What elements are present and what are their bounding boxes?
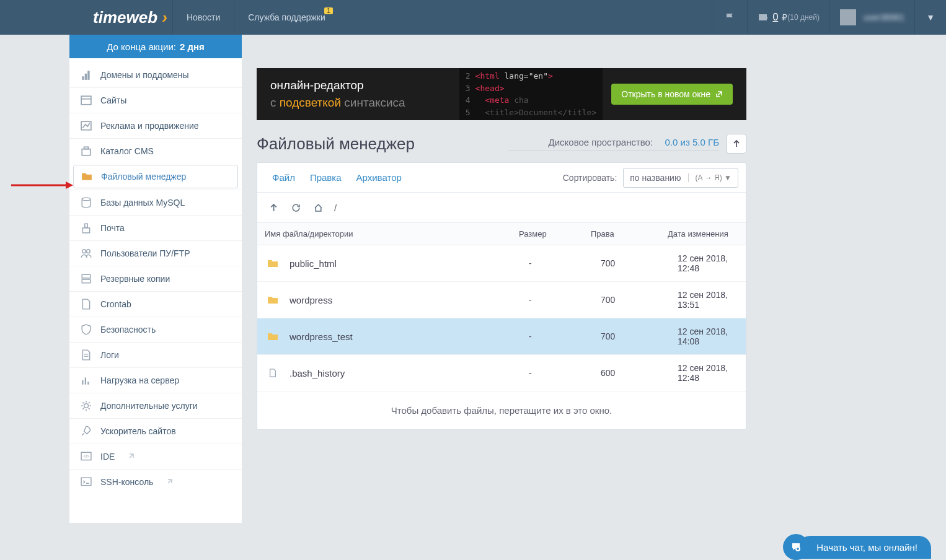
file-icon	[267, 369, 278, 377]
table-row[interactable]: wordpress_test-70012 сен 2018, 14:08	[257, 318, 746, 355]
sidebar-item-backups[interactable]: Резервные копии	[69, 266, 242, 291]
file-date: 12 сен 2018, 12:48	[678, 253, 738, 273]
svg-rect-2	[82, 76, 84, 80]
svg-rect-19	[82, 380, 83, 385]
drop-hint: Чтобы добавить файлы, перетащите их в эт…	[257, 392, 746, 429]
svg-point-10	[82, 198, 91, 201]
svg-rect-11	[82, 228, 89, 233]
svg-rect-16	[82, 279, 91, 283]
avatar	[840, 9, 856, 25]
sidebar-item-advertising[interactable]: Реклама и продвижение	[69, 113, 242, 138]
promo-bar[interactable]: До конца акции:2 дня	[69, 35, 242, 58]
external-icon	[166, 478, 173, 486]
breadcrumb-path: /	[334, 203, 337, 213]
terminal-icon	[81, 476, 92, 488]
sidebar-item-ssh[interactable]: SSH-консоль	[69, 469, 242, 494]
upload-button[interactable]	[727, 134, 746, 154]
chart-icon	[81, 120, 92, 131]
table-header: Имя файла/директории Размер Права Дата и…	[257, 223, 746, 245]
user-dropdown-caret[interactable]: ▼	[914, 0, 946, 35]
folder-icon	[267, 332, 278, 341]
tab-edit[interactable]: Правка	[303, 172, 349, 183]
sidebar-item-load[interactable]: Нагрузка на сервер	[69, 367, 242, 393]
sites-icon	[81, 95, 92, 106]
svg-rect-8	[82, 149, 91, 155]
top-header: timeweb › Новости Служба поддержки 1 0 ₽…	[0, 0, 946, 35]
gear-icon	[81, 400, 92, 411]
nav-support[interactable]: Служба поддержки 1	[234, 0, 339, 35]
sidebar-item-filemanager[interactable]: Файловый менеджер	[73, 165, 238, 188]
sidebar-item-sites[interactable]: Сайты	[69, 87, 242, 113]
svg-point-14	[87, 250, 91, 253]
sidebar-item-accelerator[interactable]: Ускоритель сайтов	[69, 418, 242, 444]
disk-label: Дисковое пространство:	[549, 137, 653, 147]
user-menu[interactable]: user38961	[829, 0, 914, 35]
sidebar-item-extra[interactable]: Дополнительные услуги	[69, 393, 242, 418]
svg-rect-25	[81, 478, 91, 485]
sidebar-item-logs[interactable]: Логи	[69, 342, 242, 367]
domains-icon	[81, 69, 92, 81]
table-row[interactable]: wordpress-70012 сен 2018, 13:51	[257, 282, 746, 318]
support-badge: 1	[324, 7, 333, 14]
refresh-button[interactable]	[287, 199, 304, 216]
sidebar-item-cms[interactable]: Каталог CMS	[69, 138, 242, 164]
sort-label: Сортировать:	[563, 173, 617, 183]
sidebar-item-mail[interactable]: Почта	[69, 215, 242, 240]
rocket-icon	[81, 426, 92, 437]
sidebar-item-ide[interactable]: </> IDE	[69, 444, 242, 469]
file-name: public_html	[290, 258, 529, 269]
balance-box[interactable]: 0 ₽ (10 дней)	[747, 0, 829, 35]
file-size: -	[529, 258, 601, 268]
file-date: 12 сен 2018, 12:48	[678, 363, 738, 383]
file-size: -	[529, 331, 601, 341]
logo[interactable]: timeweb ›	[0, 8, 172, 27]
disk-value: 0.0 из 5.0 ГБ	[665, 137, 719, 147]
file-name: wordpress	[290, 295, 529, 305]
bars-icon	[81, 375, 92, 386]
sidebar-item-security[interactable]: Безопасность	[69, 317, 242, 342]
file-date: 12 сен 2018, 13:51	[678, 290, 738, 310]
mail-icon	[81, 222, 92, 234]
banner-code-preview: 2<html lang="en"> 3<head> 4 <meta cha 5 …	[459, 68, 603, 120]
svg-rect-3	[85, 74, 87, 80]
file-size: -	[529, 368, 601, 378]
nav-news[interactable]: Новости	[172, 0, 234, 35]
home-button[interactable]	[309, 199, 327, 216]
tab-file[interactable]: Файл	[265, 172, 303, 183]
sort-select[interactable]: по названию (А → Я) ▼	[623, 168, 738, 188]
sidebar-item-crontab[interactable]: Crontab	[69, 291, 242, 317]
user-name: user38961	[864, 12, 904, 22]
folder-icon	[267, 259, 278, 268]
sidebar-item-users[interactable]: Пользователи ПУ/FTP	[69, 240, 242, 266]
svg-rect-21	[87, 382, 89, 385]
annotation-arrow	[11, 179, 73, 191]
external-icon	[715, 90, 723, 98]
file-panel: Файл Правка Архиватор Сортировать: по на…	[257, 162, 746, 430]
table-row[interactable]: .bash_history-60012 сен 2018, 12:48	[257, 355, 746, 392]
page-title: Файловый менеджер	[257, 134, 415, 154]
file-rights: 700	[601, 295, 678, 305]
svg-rect-20	[85, 378, 86, 385]
ide-icon: </>	[81, 451, 92, 462]
table-row[interactable]: public_html-70012 сен 2018, 12:48	[257, 245, 746, 282]
users-icon	[81, 248, 92, 259]
nav-up-button[interactable]	[265, 199, 282, 216]
file-rights: 700	[601, 258, 678, 268]
svg-rect-12	[85, 224, 88, 227]
file-size: -	[529, 295, 601, 305]
upload-icon	[732, 139, 741, 148]
wallet-icon	[758, 12, 769, 22]
open-editor-button[interactable]: Открыть в новом окне	[611, 84, 733, 105]
banner-text: онлайн-редактор с подсветкой синтаксиса	[270, 77, 405, 112]
notifications-icon[interactable]	[712, 0, 747, 35]
svg-rect-5	[81, 96, 91, 105]
svg-text:</>: </>	[84, 454, 90, 458]
sidebar-item-domains[interactable]: Домены и поддомены	[69, 58, 242, 87]
sidebar-item-mysql[interactable]: Базы данных MySQL	[69, 190, 242, 215]
tab-archive[interactable]: Архиватор	[349, 172, 409, 183]
svg-rect-9	[84, 147, 89, 149]
folder-icon	[267, 295, 278, 304]
svg-point-13	[82, 250, 86, 253]
disk-progress	[508, 150, 719, 151]
folder-icon	[81, 171, 92, 182]
